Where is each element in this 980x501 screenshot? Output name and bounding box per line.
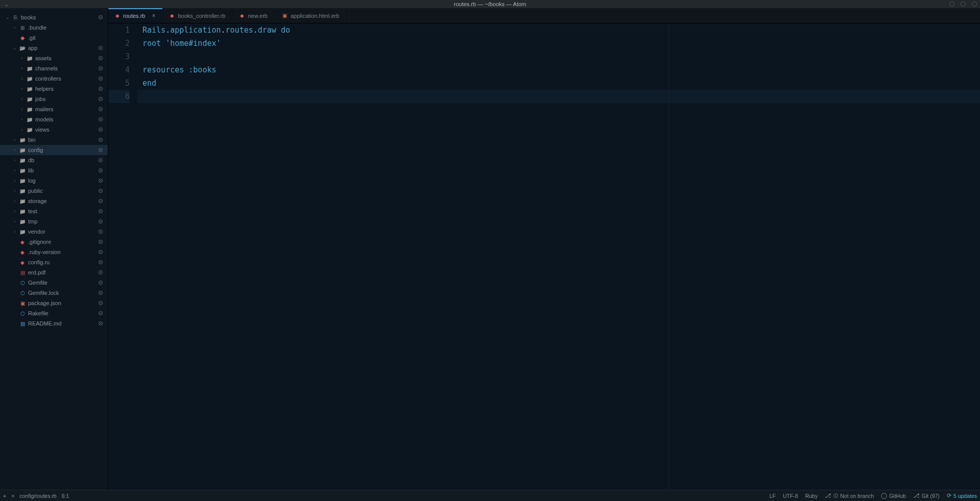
chevron-right-icon[interactable]: › [11,158,18,163]
close-window-icon[interactable] [972,2,977,7]
tree-item--gitignore[interactable]: .gitignore [0,237,108,247]
close-tab-icon[interactable]: × [152,12,155,19]
tree-item-label: .bundle [28,24,106,31]
tree-item-label: mailers [35,106,99,112]
chevron-right-icon[interactable]: › [18,117,26,122]
maximize-icon[interactable] [961,2,966,7]
minimize-icon[interactable] [949,2,954,7]
tree-item-controllers[interactable]: ›controllers [0,73,108,84]
chevron-right-icon[interactable]: › [11,209,18,214]
chevron-right-icon[interactable]: › [11,147,18,153]
chevron-right-icon[interactable]: › [18,76,26,81]
tree-item-mailers[interactable]: ›mailers [0,104,108,114]
code-line[interactable] [142,50,980,63]
tree-item-app[interactable]: ⌄app [0,43,108,53]
chevron-right-icon[interactable]: › [18,66,26,71]
tree-item-bin[interactable]: ›bin [0,135,108,145]
status-updates[interactable]: ⟳ 5 updates [947,492,977,499]
tab-books-controller-rb[interactable]: ◆books_controller.rb [163,8,233,23]
tree-item-config-ru[interactable]: config.ru [0,257,108,267]
tree-item-rakefile[interactable]: Rakefile [0,308,108,318]
status-branch[interactable]: ⎇ i Not on branch [825,492,874,499]
chevron-right-icon[interactable]: › [18,86,26,91]
tree-item-label: jobs [35,96,99,102]
tab-label: new.erb [248,13,268,19]
tree-item-channels[interactable]: ›channels [0,63,108,73]
tree-item-label: test [28,208,99,214]
new-file-icon[interactable]: + [3,493,6,499]
chevron-right-icon[interactable]: › [11,25,18,30]
status-github[interactable]: ◯ GitHub [881,492,906,499]
gutter: 123456 [108,23,137,490]
tree-item-package-json[interactable]: package.json [0,298,108,308]
chevron-right-icon[interactable]: › [18,107,26,112]
chevron-right-icon[interactable]: › [18,96,26,102]
status-updates-label: 5 updates [953,493,977,499]
tree-item-erd-pdf[interactable]: erd.pdf [0,267,108,278]
tree-item-readme-md[interactable]: README.md [0,318,108,329]
chevron-right-icon[interactable]: › [11,198,18,204]
status-language[interactable]: Ruby [805,493,818,499]
chevron-right-icon[interactable]: › [11,178,18,183]
chevron-down-icon[interactable]: ⌄ [4,15,11,20]
folder-icon [26,116,34,122]
status-cursor[interactable]: 6:1 [62,493,69,499]
close-file-icon[interactable]: × [11,493,14,499]
code[interactable]: Rails.application.routes.draw do root 'h… [137,23,980,490]
status-encoding[interactable]: UTF-8 [783,493,798,499]
status-git[interactable]: ⎇ Git (97) [913,492,940,499]
tab-routes-rb[interactable]: ◆routes.rb× [108,8,163,23]
tree-item-views[interactable]: ›views [0,124,108,135]
code-line[interactable]: end [142,77,980,90]
titlebar: ⌄ routes.rb — ~/books — Atom [0,0,980,8]
chevron-right-icon[interactable]: › [18,127,26,132]
tree-item-gemfile-lock[interactable]: Gemfile.lock [0,288,108,298]
tree-item-vendor[interactable]: ›vendor [0,227,108,237]
code-line[interactable] [137,90,980,103]
tab-new-erb[interactable]: ◆new.erb [233,8,275,23]
vcs-status-icon [99,240,103,244]
tree-item--bundle[interactable]: ›.bundle [0,22,108,33]
tree-item-config[interactable]: ›config [0,145,108,155]
chevron-right-icon[interactable]: › [11,168,18,173]
editor[interactable]: 123456 Rails.application.routes.draw do … [108,23,980,490]
tree-item--ruby-version[interactable]: .ruby-version [0,247,108,257]
tree-item-label: channels [35,65,99,71]
tree-item-log[interactable]: ›log [0,176,108,186]
ruby-icon: ◆ [170,13,174,18]
tree-item-gemfile[interactable]: Gemfile [0,278,108,288]
tree-item-assets[interactable]: ›assets [0,53,108,63]
folder-icon [18,137,27,143]
tree-item-storage[interactable]: ›storage [0,196,108,206]
chevron-right-icon[interactable]: › [11,219,18,224]
chevron-right-icon[interactable]: › [11,137,18,142]
status-path[interactable]: config/routes.rb [19,493,56,499]
tree-item-lib[interactable]: ›lib [0,165,108,176]
file-tree[interactable]: ⌄books›.bundle.git⌄app›assets›channels›c… [0,8,108,490]
tree-item-db[interactable]: ›db [0,155,108,165]
chevron-down-icon[interactable]: ⌄ [11,45,18,51]
chevron-right-icon[interactable]: › [11,229,18,234]
code-line[interactable]: root 'home#index' [142,37,980,50]
chevron-right-icon[interactable]: › [18,56,26,61]
tree-item-public[interactable]: ›public [0,186,108,196]
code-line[interactable]: resources :books [142,63,980,77]
tree-item-jobs[interactable]: ›jobs [0,94,108,104]
status-line-ending[interactable]: LF [770,493,776,499]
repo-icon [11,14,19,20]
vcs-status-icon [99,56,103,60]
ruby-icon [18,259,27,265]
chevron-right-icon[interactable]: › [11,188,18,193]
tree-item-models[interactable]: ›models [0,114,108,124]
tree-item-test[interactable]: ›test [0,206,108,216]
tree-item-label: package.json [28,300,99,306]
tree-item-helpers[interactable]: ›helpers [0,84,108,94]
menu-chevron-icon[interactable]: ⌄ [4,1,9,8]
tree-item-books[interactable]: ⌄books [0,12,108,22]
vcs-status-icon [99,209,103,213]
tree-item--git[interactable]: .git [0,33,108,43]
tab-application-html-erb[interactable]: ▣application.html.erb [275,8,347,23]
tree-item-tmp[interactable]: ›tmp [0,216,108,227]
code-line[interactable]: Rails.application.routes.draw do [142,23,980,37]
folder-icon [26,65,34,71]
